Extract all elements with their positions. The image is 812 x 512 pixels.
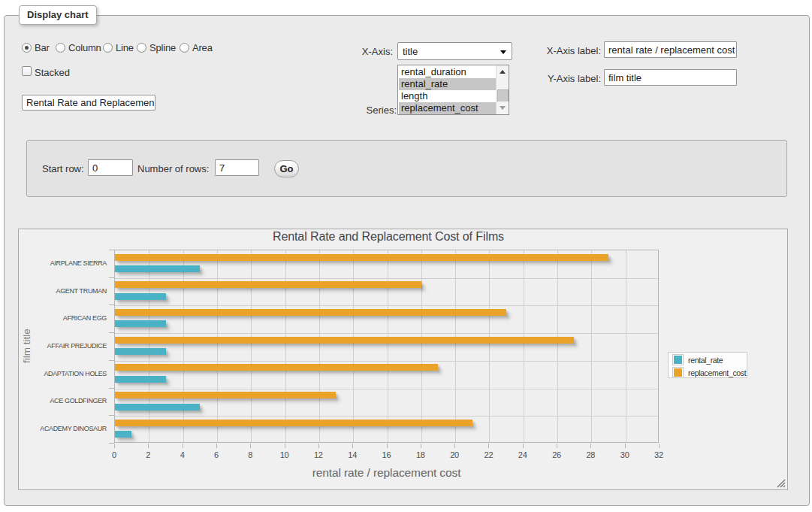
bar	[115, 431, 131, 438]
chart-title-input[interactable]	[22, 95, 155, 111]
gridline	[626, 250, 626, 442]
number-of-rows-input[interactable]	[215, 159, 259, 176]
gridline	[421, 250, 422, 442]
radio-button-icon[interactable]	[137, 43, 146, 53]
tick-mark	[109, 443, 114, 444]
x-axis-label-input[interactable]	[604, 41, 737, 58]
chart-type-radio-spline[interactable]: Spline	[137, 42, 176, 53]
x-axis-label-label: X-Axis label:	[524, 45, 601, 56]
legend-swatch-icon	[672, 367, 684, 378]
tick-mark	[148, 444, 149, 448]
bar	[115, 320, 166, 327]
tick-mark	[216, 444, 217, 448]
series-listbox[interactable]: rental_durationrental_ratelengthreplacem…	[397, 65, 509, 115]
radio-button-icon[interactable]	[103, 43, 113, 53]
x-axis-title: rental rate / replacement cost	[114, 466, 659, 480]
gridline	[524, 250, 524, 442]
series-listbox-label: Series:	[365, 105, 397, 116]
go-button[interactable]: Go	[274, 160, 299, 177]
radio-button-icon[interactable]	[22, 43, 32, 53]
scrollbar-thumb[interactable]	[497, 89, 509, 102]
tick-mark	[352, 444, 353, 448]
x-axis-select-label: X-Axis:	[361, 46, 393, 57]
radio-label: Line	[116, 42, 134, 53]
start-row-input[interactable]	[88, 159, 133, 176]
legend-swatch-fill	[674, 356, 682, 364]
radio-button-icon[interactable]	[180, 43, 189, 53]
tick-mark	[523, 444, 524, 448]
tick-mark	[109, 277, 114, 278]
y-category-label: AFFAIR PREJUDICE	[19, 342, 107, 350]
tick-mark	[590, 444, 591, 448]
series-option-replacement_cost[interactable]: replacement_cost	[399, 102, 497, 114]
gridline	[353, 250, 354, 442]
chart-type-radio-area[interactable]: Area	[180, 42, 213, 53]
gridline	[251, 250, 252, 442]
chart-type-radio-column[interactable]: Column	[56, 42, 101, 53]
tick-mark	[109, 360, 114, 361]
gridline	[115, 333, 658, 334]
radio-button-icon[interactable]	[56, 43, 65, 53]
gridline	[285, 250, 286, 442]
y-category-label: ACADEMY DINOSAUR	[19, 425, 107, 433]
scrollbar-up-button[interactable]	[497, 65, 509, 78]
series-option-length[interactable]: length	[399, 90, 497, 102]
gridline	[115, 305, 658, 306]
listbox-scrollbar[interactable]	[496, 65, 509, 114]
y-category-label: AIRPLANE SIERRA	[19, 259, 107, 268]
x-tick-label: 22	[473, 450, 503, 459]
x-axis-select-value: title	[403, 46, 418, 57]
x-axis-select[interactable]: title	[397, 42, 512, 60]
gridline	[115, 361, 658, 362]
radio-label: Column	[68, 42, 101, 53]
bar	[115, 348, 166, 355]
x-tick-label: 2	[133, 450, 163, 459]
series-option-rental_rate[interactable]: rental_rate	[399, 78, 497, 90]
x-tick-label: 10	[270, 450, 300, 459]
legend-swatch-fill	[674, 368, 682, 377]
gridline	[115, 389, 658, 389]
number-of-rows-label: Number of rows:	[137, 163, 209, 174]
scrollbar-down-button[interactable]	[497, 101, 509, 114]
bar	[115, 420, 472, 426]
chart-container: Rental Rate and Replacement Cost of Film…	[18, 229, 788, 490]
stacked-checkbox[interactable]	[22, 66, 32, 76]
scroll-down-arrow-icon	[500, 106, 506, 110]
resize-handle-icon[interactable]	[777, 479, 786, 488]
bar	[115, 364, 438, 371]
legend-swatch-icon	[672, 354, 684, 365]
bar	[115, 376, 166, 383]
legend-label: rental_rate	[688, 356, 723, 365]
gridline	[591, 250, 592, 442]
tick-mark	[183, 444, 183, 448]
tick-mark	[114, 444, 115, 448]
gridline	[319, 250, 320, 442]
y-category-label: ACE GOLDFINGER	[19, 397, 107, 405]
stacked-label: Stacked	[35, 67, 70, 78]
tick-mark	[659, 444, 660, 448]
x-tick-label: 18	[406, 450, 436, 459]
chart-title: Rental Rate and Replacement Cost of Film…	[19, 229, 758, 246]
y-category-label: AFRICAN EGG	[19, 314, 107, 323]
gridline	[115, 416, 658, 417]
chart-type-radio-bar[interactable]: Bar	[22, 42, 50, 53]
bar	[115, 337, 574, 344]
tick-mark	[318, 444, 319, 448]
x-tick-label: 8	[235, 450, 265, 459]
gridline	[557, 250, 558, 442]
chart-legend: rental_ratereplacement_cost	[668, 352, 747, 378]
tick-mark	[109, 250, 114, 250]
gridline	[183, 250, 184, 442]
y-axis-label-input[interactable]	[604, 69, 737, 86]
y-axis-label-label: Y-Axis label:	[524, 73, 601, 84]
tick-mark	[421, 444, 421, 448]
series-option-rental_duration[interactable]: rental_duration	[399, 66, 497, 78]
tick-mark	[285, 444, 285, 448]
tick-mark	[488, 444, 489, 448]
gridline	[115, 278, 658, 279]
start-row-label: Start row:	[42, 163, 84, 174]
chart-type-radio-line[interactable]: Line	[103, 42, 134, 53]
tick-mark	[625, 444, 626, 448]
tick-mark	[109, 304, 114, 305]
bar	[115, 281, 421, 288]
